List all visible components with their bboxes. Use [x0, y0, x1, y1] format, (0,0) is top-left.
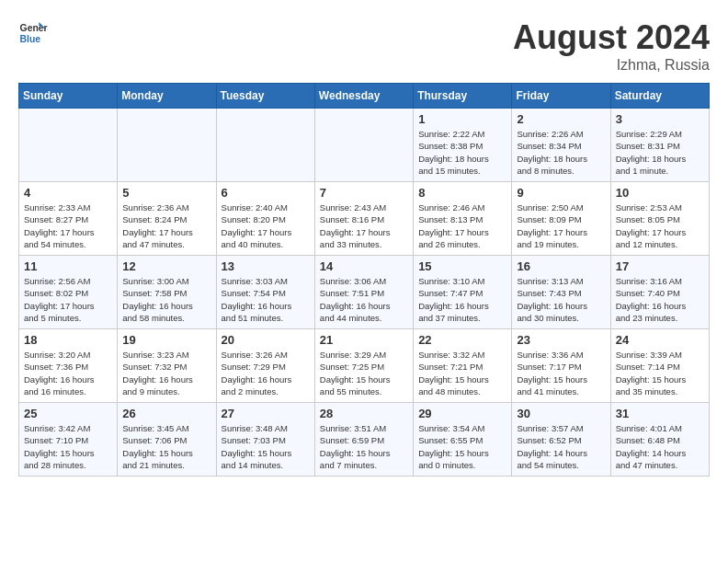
day-info: Sunrise: 2:26 AM Sunset: 8:34 PM Dayligh…: [517, 128, 605, 177]
calendar-cell: 23Sunrise: 3:36 AM Sunset: 7:17 PM Dayli…: [512, 329, 610, 403]
day-info: Sunrise: 3:51 AM Sunset: 6:59 PM Dayligh…: [320, 422, 408, 471]
calendar-week-row: 4Sunrise: 2:33 AM Sunset: 8:27 PM Daylig…: [19, 182, 710, 256]
day-header-saturday: Saturday: [610, 84, 709, 109]
day-number: 22: [418, 333, 506, 347]
day-info: Sunrise: 3:29 AM Sunset: 7:25 PM Dayligh…: [320, 349, 408, 397]
day-info: Sunrise: 4:01 AM Sunset: 6:48 PM Dayligh…: [616, 422, 704, 471]
calendar-cell: 2Sunrise: 2:26 AM Sunset: 8:34 PM Daylig…: [512, 109, 610, 182]
calendar-cell: 24Sunrise: 3:39 AM Sunset: 7:14 PM Dayli…: [610, 329, 709, 403]
day-header-tuesday: Tuesday: [216, 84, 314, 109]
day-info: Sunrise: 2:43 AM Sunset: 8:16 PM Dayligh…: [320, 201, 408, 250]
calendar-cell: 15Sunrise: 3:10 AM Sunset: 7:47 PM Dayli…: [414, 256, 512, 329]
calendar-week-row: 1Sunrise: 2:22 AM Sunset: 8:38 PM Daylig…: [19, 109, 710, 182]
day-number: 3: [616, 112, 704, 126]
calendar-cell: 11Sunrise: 2:56 AM Sunset: 8:02 PM Dayli…: [19, 256, 118, 329]
calendar-cell: 17Sunrise: 3:16 AM Sunset: 7:40 PM Dayli…: [610, 256, 709, 329]
day-number: 13: [222, 259, 310, 273]
calendar-week-row: 11Sunrise: 2:56 AM Sunset: 8:02 PM Dayli…: [19, 256, 710, 329]
day-header-friday: Friday: [512, 84, 610, 109]
day-number: 9: [517, 186, 605, 200]
calendar-cell: 14Sunrise: 3:06 AM Sunset: 7:51 PM Dayli…: [314, 256, 413, 329]
calendar-cell: 13Sunrise: 3:03 AM Sunset: 7:54 PM Dayli…: [216, 256, 314, 329]
day-info: Sunrise: 2:29 AM Sunset: 8:31 PM Dayligh…: [616, 128, 704, 177]
calendar-cell: 16Sunrise: 3:13 AM Sunset: 7:43 PM Dayli…: [512, 256, 610, 329]
calendar-cell: 20Sunrise: 3:26 AM Sunset: 7:29 PM Dayli…: [216, 329, 314, 403]
calendar-cell: 19Sunrise: 3:23 AM Sunset: 7:32 PM Dayli…: [118, 329, 216, 403]
day-number: 10: [616, 186, 704, 200]
day-number: 5: [122, 186, 210, 200]
day-number: 25: [24, 407, 112, 420]
calendar-cell: 3Sunrise: 2:29 AM Sunset: 8:31 PM Daylig…: [610, 109, 709, 182]
calendar-cell: 6Sunrise: 2:40 AM Sunset: 8:20 PM Daylig…: [216, 182, 314, 256]
calendar-cell: [19, 109, 118, 182]
calendar-cell: 30Sunrise: 3:57 AM Sunset: 6:52 PM Dayli…: [512, 403, 610, 477]
calendar-cell: 8Sunrise: 2:46 AM Sunset: 8:13 PM Daylig…: [414, 182, 512, 256]
day-number: 27: [222, 407, 310, 420]
calendar-cell: 29Sunrise: 3:54 AM Sunset: 6:55 PM Dayli…: [414, 403, 512, 477]
day-info: Sunrise: 3:00 AM Sunset: 7:58 PM Dayligh…: [122, 275, 210, 324]
day-info: Sunrise: 2:33 AM Sunset: 8:27 PM Dayligh…: [24, 201, 112, 250]
day-number: 20: [222, 333, 310, 347]
day-info: Sunrise: 3:39 AM Sunset: 7:14 PM Dayligh…: [616, 349, 704, 397]
calendar-table: SundayMondayTuesdayWednesdayThursdayFrid…: [18, 83, 710, 477]
calendar-cell: 5Sunrise: 2:36 AM Sunset: 8:24 PM Daylig…: [118, 182, 216, 256]
day-info: Sunrise: 3:06 AM Sunset: 7:51 PM Dayligh…: [320, 275, 408, 324]
day-number: 21: [320, 333, 408, 347]
calendar-cell: 18Sunrise: 3:20 AM Sunset: 7:36 PM Dayli…: [19, 329, 118, 403]
day-info: Sunrise: 2:36 AM Sunset: 8:24 PM Dayligh…: [122, 201, 210, 250]
day-info: Sunrise: 3:32 AM Sunset: 7:21 PM Dayligh…: [418, 349, 506, 397]
day-info: Sunrise: 3:10 AM Sunset: 7:47 PM Dayligh…: [418, 275, 506, 324]
day-number: 26: [122, 407, 210, 420]
day-number: 1: [418, 112, 506, 126]
day-info: Sunrise: 2:56 AM Sunset: 8:02 PM Dayligh…: [24, 275, 112, 324]
calendar-cell: 7Sunrise: 2:43 AM Sunset: 8:16 PM Daylig…: [314, 182, 413, 256]
calendar-cell: 25Sunrise: 3:42 AM Sunset: 7:10 PM Dayli…: [19, 403, 118, 477]
day-info: Sunrise: 3:26 AM Sunset: 7:29 PM Dayligh…: [222, 349, 310, 397]
day-info: Sunrise: 3:57 AM Sunset: 6:52 PM Dayligh…: [517, 422, 605, 471]
location-subtitle: Izhma, Russia: [513, 57, 710, 74]
day-info: Sunrise: 3:54 AM Sunset: 6:55 PM Dayligh…: [418, 422, 506, 471]
day-number: 6: [222, 186, 310, 200]
day-number: 24: [616, 333, 704, 347]
calendar-cell: 21Sunrise: 3:29 AM Sunset: 7:25 PM Dayli…: [314, 329, 413, 403]
calendar-cell: 9Sunrise: 2:50 AM Sunset: 8:09 PM Daylig…: [512, 182, 610, 256]
calendar-cell: 12Sunrise: 3:00 AM Sunset: 7:58 PM Dayli…: [118, 256, 216, 329]
calendar-cell: 28Sunrise: 3:51 AM Sunset: 6:59 PM Dayli…: [314, 403, 413, 477]
day-number: 15: [418, 259, 506, 273]
day-number: 16: [517, 259, 605, 273]
day-number: 28: [320, 407, 408, 420]
title-block: August 2024 Izhma, Russia: [513, 18, 710, 74]
calendar-cell: 1Sunrise: 2:22 AM Sunset: 8:38 PM Daylig…: [414, 109, 512, 182]
calendar-cell: 4Sunrise: 2:33 AM Sunset: 8:27 PM Daylig…: [19, 182, 118, 256]
calendar-cell: [216, 109, 314, 182]
calendar-week-row: 25Sunrise: 3:42 AM Sunset: 7:10 PM Dayli…: [19, 403, 710, 477]
day-info: Sunrise: 3:36 AM Sunset: 7:17 PM Dayligh…: [517, 349, 605, 397]
day-number: 29: [418, 407, 506, 420]
day-info: Sunrise: 3:20 AM Sunset: 7:36 PM Dayligh…: [24, 349, 112, 397]
calendar-cell: [118, 109, 216, 182]
day-number: 4: [24, 186, 112, 200]
day-info: Sunrise: 2:40 AM Sunset: 8:20 PM Dayligh…: [222, 201, 310, 250]
day-number: 11: [24, 259, 112, 273]
day-number: 31: [616, 407, 704, 420]
svg-text:Blue: Blue: [20, 34, 41, 44]
day-info: Sunrise: 3:23 AM Sunset: 7:32 PM Dayligh…: [122, 349, 210, 397]
logo-icon: General Blue: [18, 18, 48, 48]
day-number: 8: [418, 186, 506, 200]
day-number: 2: [517, 112, 605, 126]
day-info: Sunrise: 3:48 AM Sunset: 7:03 PM Dayligh…: [222, 422, 310, 471]
calendar-week-row: 18Sunrise: 3:20 AM Sunset: 7:36 PM Dayli…: [19, 329, 710, 403]
day-info: Sunrise: 3:45 AM Sunset: 7:06 PM Dayligh…: [122, 422, 210, 471]
page-header: General Blue August 2024 Izhma, Russia: [18, 18, 710, 74]
day-info: Sunrise: 3:13 AM Sunset: 7:43 PM Dayligh…: [517, 275, 605, 324]
day-number: 17: [616, 259, 704, 273]
month-year-title: August 2024: [513, 18, 710, 57]
day-number: 18: [24, 333, 112, 347]
calendar-cell: 10Sunrise: 2:53 AM Sunset: 8:05 PM Dayli…: [610, 182, 709, 256]
calendar-cell: 31Sunrise: 4:01 AM Sunset: 6:48 PM Dayli…: [610, 403, 709, 477]
day-number: 30: [517, 407, 605, 420]
calendar-header-row: SundayMondayTuesdayWednesdayThursdayFrid…: [19, 84, 710, 109]
day-number: 7: [320, 186, 408, 200]
day-header-thursday: Thursday: [414, 84, 512, 109]
day-info: Sunrise: 3:03 AM Sunset: 7:54 PM Dayligh…: [222, 275, 310, 324]
